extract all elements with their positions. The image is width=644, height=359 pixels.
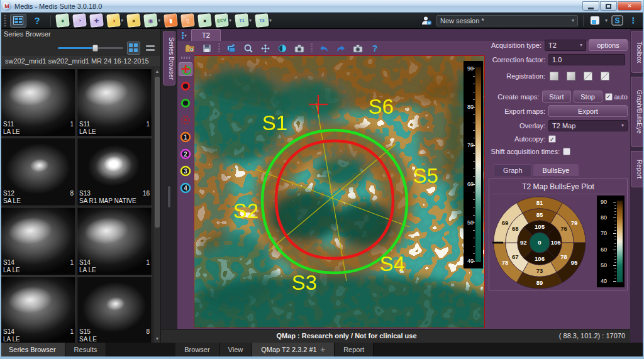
app-icon-green-2[interactable]: ◉ [143, 13, 158, 28]
thumbnail-s14[interactable]: S141 LA LE [1, 276, 76, 345]
t2-map-image[interactable]: S1S2S3S4S5S6 [194, 56, 484, 328]
app-icon-orange-1[interactable]: ▮ [164, 13, 178, 28]
overflow-menu-button[interactable]: ⋮ [626, 14, 640, 27]
app-icon-yellow-1[interactable]: ◑ [106, 13, 121, 28]
tool-strip-grip[interactable] [181, 57, 190, 59]
session-select[interactable]: New session * ▾ [436, 15, 578, 26]
auto-checkbox[interactable]: ✓ [605, 93, 613, 101]
tab-bullseye[interactable]: BullsEye [533, 164, 579, 176]
marker-tool[interactable] [179, 62, 192, 76]
help-button[interactable]: ? [367, 42, 382, 55]
grid-view-button[interactable] [127, 41, 140, 55]
user-icon[interactable]: ✕ [420, 14, 434, 27]
app-icon-yellow-2[interactable]: ● [126, 13, 141, 28]
endo-contour-tool[interactable] [179, 79, 192, 93]
list-view-button[interactable] [144, 41, 157, 55]
registration-none-button[interactable] [548, 70, 561, 82]
scroll-up-icon[interactable]: ▲ [153, 68, 161, 75]
layout-select-button[interactable] [589, 14, 602, 27]
tab-report[interactable]: Report [335, 343, 374, 356]
app-icon-green-1[interactable]: ● [55, 13, 70, 28]
suite-sync-button[interactable]: S [610, 14, 624, 27]
app-icon-purple-1[interactable]: ◔ [72, 13, 87, 28]
side-tab-toolbox[interactable]: Toolbox [631, 31, 643, 73]
study-tab[interactable]: sw202_mrid1 sw202_mrid1 MR 24 16-12-2015 [0, 56, 160, 67]
registration-diagonal-stack-button[interactable] [599, 70, 612, 82]
series-browser-vertical-tab[interactable]: Series Browser [163, 31, 175, 86]
thumbnail-s14[interactable]: S141 LA LE [77, 207, 152, 275]
label-1-tool[interactable]: 1 [179, 130, 192, 144]
chevron-down-icon[interactable]: ▾ [158, 18, 160, 23]
registration-stack-button[interactable] [565, 70, 578, 82]
tab-results[interactable]: Results [65, 343, 107, 356]
thumbnail-s13[interactable]: S1316 SA R1 MAP NATIVE [77, 138, 152, 206]
slider-handle[interactable] [92, 45, 98, 52]
minimize-button[interactable] [582, 1, 599, 11]
acquisition-type-select[interactable]: T2▾ [545, 40, 586, 51]
pan-button[interactable] [258, 42, 273, 55]
thumbnail-scrollbar[interactable]: ▲ ▼ [153, 68, 160, 343]
scrollbar-thumb[interactable] [155, 77, 160, 228]
splitter-handle[interactable] [168, 186, 170, 207]
title-bar[interactable]: M Medis - Medis Suite 3.0.18.0 ✕ [0, 0, 644, 13]
start-button[interactable]: Start [542, 91, 570, 102]
scroll-down-icon[interactable]: ▼ [153, 335, 161, 343]
window-level-button[interactable] [275, 42, 290, 55]
stop-button[interactable]: Stop [574, 91, 602, 102]
tab-series-browser[interactable]: Series Browser [0, 343, 65, 356]
thumbnail-size-slider[interactable] [58, 43, 123, 52]
maximize-button[interactable] [600, 1, 617, 11]
snapshot-to-report-button[interactable] [350, 42, 365, 55]
toolbar-grip[interactable] [4, 15, 6, 26]
options-button[interactable]: options [589, 39, 628, 51]
tab-browser[interactable]: Browser [175, 343, 219, 356]
side-tab-report[interactable]: Report [631, 151, 643, 187]
delete-contour-tool[interactable] [179, 113, 192, 127]
tab-view[interactable]: View [219, 343, 253, 356]
thumbnail-s11[interactable]: S111 LA LE [1, 69, 76, 137]
redo-button[interactable] [333, 42, 348, 55]
chevron-down-icon[interactable]: ▾ [229, 18, 231, 23]
save-button[interactable] [199, 42, 214, 55]
panel-splitter[interactable]: Series Browser [161, 29, 177, 343]
side-tab-graph-bullseye[interactable]: Graph/BullsEye [631, 77, 643, 147]
tab-qmap-t2[interactable]: QMap T2 2.3.2 #1✕ [252, 343, 335, 356]
chevron-down-icon[interactable]: ▾ [269, 18, 272, 23]
correction-factor-input[interactable] [548, 54, 625, 65]
epi-contour-tool[interactable] [179, 96, 192, 110]
thumbnail-s14[interactable]: S141 LA LE [1, 207, 76, 275]
label-2-tool[interactable]: 2 [179, 147, 192, 161]
label-4-tool[interactable]: 4 [179, 181, 192, 195]
chevron-down-icon[interactable]: ▾ [121, 18, 123, 23]
pin-icon[interactable]: ✕ [318, 345, 326, 354]
tab-t2[interactable]: T2 [191, 29, 221, 41]
t2-map-viewport[interactable]: S1S2S3S4S5S6 908070605040 [194, 55, 485, 328]
chevron-down-icon[interactable]: ▾ [249, 18, 252, 23]
snapshot-button[interactable] [292, 42, 307, 55]
stack-browse-button[interactable] [224, 42, 239, 55]
overlay-select[interactable]: T2 Map▾ [548, 120, 628, 131]
chevron-down-icon[interactable]: ▾ [605, 18, 608, 23]
tab-list-icon[interactable]: ▾ [177, 30, 191, 41]
app-icon-purple-2[interactable]: ✚ [89, 13, 104, 28]
open-button[interactable] [182, 42, 197, 55]
label-3-tool[interactable]: 3 [179, 164, 192, 178]
app-icon-t1[interactable]: T1 [235, 13, 249, 28]
app-icon-ecv[interactable]: ECV [214, 13, 229, 28]
app-icon-green-3[interactable]: ● [197, 13, 212, 28]
app-icon-orange-2[interactable]: ▯ [180, 13, 195, 28]
window-layout-button[interactable] [10, 14, 26, 28]
app-icon-t2[interactable]: T2 [255, 13, 269, 28]
undo-button[interactable] [316, 42, 331, 55]
close-button[interactable]: ✕ [618, 1, 641, 11]
autocopy-checkbox[interactable]: ✓ [548, 135, 556, 143]
export-button[interactable]: Export [548, 105, 628, 117]
registration-diagonal-button[interactable] [582, 70, 595, 82]
bullseye-plot[interactable]: 817995897869857678736768105106106920 [492, 196, 587, 290]
tab-graph[interactable]: Graph [494, 164, 532, 176]
zoom-button[interactable] [241, 42, 256, 55]
thumbnail-s11[interactable]: S111 LA LE [77, 69, 152, 137]
shift-acquisition-checkbox[interactable]: ✓ [563, 148, 570, 155]
thumbnail-s15[interactable]: S158 SA LE [77, 276, 152, 345]
help-button[interactable]: ? [29, 14, 45, 28]
